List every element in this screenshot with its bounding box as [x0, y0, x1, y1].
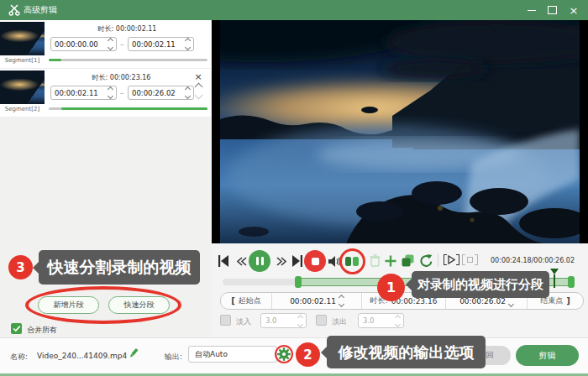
- step-1-tooltip: 对录制的视频进行分段: [412, 271, 549, 298]
- spin-down-icon[interactable]: [108, 44, 113, 50]
- name-label: 名称:: [10, 352, 28, 363]
- segment-card-2[interactable]: Segment[2] 时长: 00:00:23.16 00:00:02.11 –…: [0, 69, 211, 118]
- annotation-circle-split: [339, 248, 365, 274]
- edit-name-button[interactable]: [128, 347, 139, 359]
- annotation-ellipse-buttons: [25, 286, 181, 324]
- segment-2-duration-label: 时长:: [92, 74, 108, 81]
- playhead-line: [554, 274, 555, 288]
- segment-2-progress: [49, 107, 207, 110]
- segment-1-label: Segment[1]: [0, 57, 45, 64]
- fade-out-checkbox[interactable]: [316, 315, 327, 326]
- stop-outline-icon: [467, 257, 473, 263]
- segment-2-duration-value: 00:00:23.16: [110, 74, 151, 81]
- segment-2-remove-button[interactable]: ×: [192, 71, 204, 81]
- spin-down-icon[interactable]: [108, 93, 113, 99]
- play-outline-icon: [448, 255, 455, 264]
- segment-2-move-up-button[interactable]: [196, 84, 202, 90]
- spin-down-icon[interactable]: [297, 321, 303, 326]
- chevron-up-icon: [195, 83, 203, 91]
- output-select[interactable]: 自动Auto: [188, 346, 277, 363]
- spin-up-icon[interactable]: [108, 38, 113, 44]
- spin-up-icon[interactable]: [297, 314, 303, 320]
- segment-2-label: Segment[2]: [0, 106, 45, 112]
- segment-1-progress-fill: [49, 59, 61, 61]
- spin-up-icon[interactable]: [185, 86, 191, 92]
- range-separator: –: [120, 40, 124, 49]
- output-label: 输出:: [165, 352, 182, 363]
- segment-1-thumbnail[interactable]: [0, 22, 45, 55]
- chevron-down-icon: [195, 91, 203, 100]
- segment-2-end-input[interactable]: 00:00:26.02: [128, 86, 194, 100]
- close-bracket: ]: [566, 296, 570, 306]
- fade-in-label: 淡入: [236, 316, 251, 327]
- start-point-input[interactable]: 00:00:02.11: [272, 293, 361, 309]
- scissors-logo-icon: [8, 4, 20, 16]
- spin-down-icon[interactable]: [339, 301, 344, 307]
- volume-button[interactable]: [328, 256, 340, 267]
- segment-2-start-input[interactable]: 00:00:02.11: [50, 86, 117, 100]
- annotation-circle-gear: [275, 345, 293, 363]
- play-range-button[interactable]: [444, 254, 459, 265]
- spin-down-icon[interactable]: [395, 321, 401, 326]
- pause-icon: [256, 257, 264, 265]
- title-bar: 高级剪辑 ×: [0, 0, 588, 20]
- segment-1-start-input[interactable]: 00:00:00.00: [50, 37, 117, 51]
- spin-up-icon[interactable]: [108, 86, 113, 92]
- step-2-badge: 2: [296, 342, 320, 367]
- merge-all-checkbox[interactable]: [11, 323, 22, 334]
- fade-out-input[interactable]: 3.0: [358, 313, 404, 328]
- range-separator: –: [120, 89, 124, 97]
- close-button[interactable]: ×: [563, 0, 585, 20]
- step-3-badge: 3: [8, 255, 33, 279]
- stop-button[interactable]: [304, 250, 326, 272]
- skip-start-button[interactable]: [218, 255, 229, 267]
- clip-button[interactable]: 剪辑: [516, 345, 579, 366]
- playhead-marker[interactable]: [550, 269, 559, 274]
- spin-down-icon[interactable]: [185, 93, 191, 99]
- spin-down-icon[interactable]: [185, 44, 191, 50]
- segment-2-thumbnail[interactable]: [0, 70, 45, 104]
- fast-forward-button[interactable]: [276, 257, 287, 266]
- spin-down-icon[interactable]: [508, 301, 514, 307]
- rewind-button[interactable]: [236, 257, 247, 266]
- skip-end-button[interactable]: [291, 255, 303, 267]
- segment-card-1[interactable]: Segment[1] 时长: 00:00:02.11 00:00:00.00 –…: [0, 20, 211, 69]
- delete-segment-button[interactable]: [370, 254, 381, 267]
- spin-up-icon[interactable]: [395, 314, 401, 320]
- maximize-button[interactable]: [543, 0, 561, 20]
- window-title: 高级剪辑: [24, 4, 57, 16]
- segment-1-duration-value: 00:00:02.11: [116, 25, 157, 33]
- start-point-label: 起始点: [239, 295, 261, 306]
- pause-button[interactable]: [249, 250, 270, 272]
- stop-icon: [312, 258, 319, 265]
- segment-2-progress-fill: [61, 107, 207, 110]
- seek-end-handle[interactable]: [568, 276, 575, 288]
- timecode: 00:00:24.18/00:00:26.02: [479, 257, 575, 264]
- step-2-tooltip: 修改视频的输出选项: [327, 336, 486, 368]
- segment-1-duration-label: 时长:: [98, 25, 114, 33]
- file-name: Video_240...41409.mp4: [37, 352, 127, 360]
- step-3-tooltip: 快速分割录制的视频: [39, 250, 200, 285]
- seek-start-handle[interactable]: [295, 276, 302, 288]
- step-1-badge: 1: [377, 274, 405, 301]
- copy-segment-button[interactable]: [402, 254, 414, 267]
- merge-all-label: 合并所有: [27, 325, 57, 336]
- spin-up-icon[interactable]: [185, 38, 191, 44]
- reset-button[interactable]: [419, 254, 433, 268]
- fade-in-input[interactable]: 3.0: [260, 313, 307, 328]
- video-frame-image: [220, 20, 580, 243]
- video-preview[interactable]: [212, 20, 588, 243]
- segment-list: Segment[1] 时长: 00:00:02.11 00:00:00.00 –…: [0, 20, 211, 118]
- stop-range-button[interactable]: [462, 254, 478, 265]
- segment-1-progress: [49, 59, 207, 61]
- segment-2-move-down-button[interactable]: [196, 92, 202, 98]
- toolbar-divider: [438, 253, 438, 267]
- segment-1-end-input[interactable]: 00:00:02.11: [128, 37, 194, 51]
- spin-up-icon[interactable]: [339, 295, 344, 300]
- add-segment-toolbar-button[interactable]: [385, 255, 396, 267]
- fade-in-checkbox[interactable]: [220, 315, 231, 326]
- app-window: 高级剪辑 × Segment[1] 时长: 00:00:02.11 00:00:…: [0, 0, 588, 376]
- minimize-button[interactable]: [522, 0, 541, 20]
- maximize-icon: [548, 6, 557, 14]
- bracket-icon: [444, 254, 447, 265]
